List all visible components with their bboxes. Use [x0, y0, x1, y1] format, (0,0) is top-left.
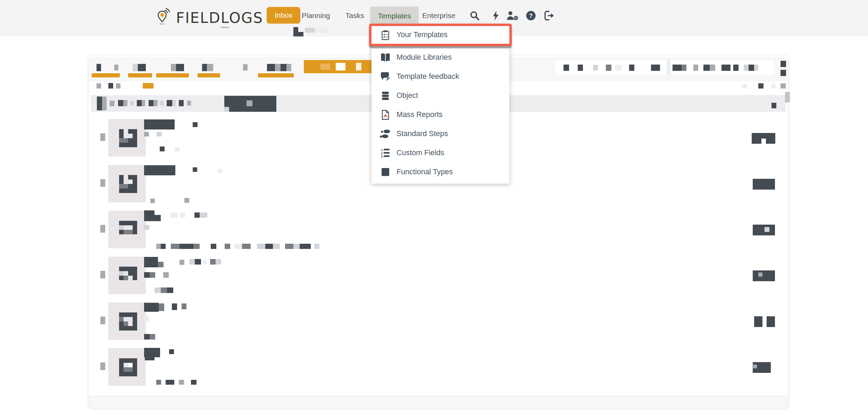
redacted-block — [758, 83, 763, 89]
redacted-logo-pixel — [133, 179, 137, 184]
redacted-block — [593, 65, 598, 70]
primary-action-button[interactable] — [304, 60, 374, 73]
redacted-block — [218, 169, 222, 173]
menu-item-standard-steps[interactable]: Standard Steps — [372, 124, 509, 143]
redacted-block — [742, 84, 747, 88]
redacted-block — [161, 244, 166, 249]
redacted-logo-pixel — [133, 225, 137, 230]
redacted-block — [156, 244, 161, 249]
redacted-block — [285, 244, 293, 249]
redacted-logo-pixel — [119, 317, 124, 321]
redacted-block — [150, 334, 155, 340]
redacted-block — [629, 65, 634, 71]
redacted-block — [161, 287, 167, 293]
menu-item-mass-reports[interactable]: Mass Reports — [372, 105, 509, 124]
menu-item-custom-fields[interactable]: 1 2 3 Custom Fields — [372, 143, 509, 162]
redacted-block — [144, 316, 149, 321]
brand-logo[interactable]: FIELDLOGS — [157, 8, 263, 28]
redacted-logo-pixel — [119, 358, 124, 363]
redacted-block — [753, 179, 775, 190]
redacted-block — [189, 259, 195, 265]
sign-out-icon[interactable] — [544, 10, 554, 21]
highlight-box: Your Templates — [369, 24, 512, 46]
nav-item-enterprise[interactable]: Enterprise — [422, 11, 456, 20]
redacted-logo-pixel — [128, 312, 133, 317]
redacted-block — [754, 316, 762, 327]
redacted-block — [191, 380, 197, 385]
redacted-block — [144, 119, 175, 129]
redacted-block — [710, 65, 715, 71]
template-thumbnail — [108, 302, 146, 340]
redacted-block — [265, 244, 273, 249]
redacted-block — [155, 287, 161, 293]
menu-item-object[interactable]: Object — [372, 86, 509, 105]
redacted-block — [100, 362, 105, 370]
redacted-logo-pixel — [119, 189, 124, 193]
redacted-block — [143, 83, 153, 89]
redacted-block — [749, 65, 754, 71]
redacted-block — [758, 273, 762, 277]
template-list-row[interactable] — [89, 256, 788, 301]
redacted-block — [100, 133, 105, 141]
redacted-block — [216, 259, 221, 265]
redacted-block — [180, 260, 184, 265]
redacted-logo-pixel — [119, 276, 124, 280]
redacted-logo-pixel — [133, 143, 137, 147]
redacted-block — [753, 225, 775, 235]
redacted-logo-pixel — [133, 367, 137, 372]
menu-item-your-templates[interactable]: Your Templates — [372, 26, 509, 44]
help-icon[interactable]: ? — [526, 10, 536, 21]
redacted-block — [315, 28, 328, 33]
redacted-block — [754, 65, 758, 71]
redacted-logo-pixel — [128, 221, 133, 225]
redacted-logo-pixel — [124, 367, 128, 372]
redacted-logo-pixel — [133, 134, 137, 138]
redacted-logo-pixel — [119, 326, 124, 331]
redacted-block — [100, 271, 105, 278]
redacted-block — [693, 65, 698, 71]
template-list-row[interactable] — [89, 347, 788, 393]
template-thumbnail — [108, 257, 146, 294]
lightning-icon[interactable] — [491, 10, 501, 21]
redacted-block — [615, 65, 621, 70]
nav-item-inbox[interactable]: Inbox — [267, 7, 300, 24]
numbered-list-icon: 1 2 3 — [380, 148, 391, 159]
redacted-logo-pixel — [128, 271, 133, 276]
menu-item-template-feedback[interactable]: Template feedback — [372, 67, 509, 86]
menu-item-functional-types[interactable]: Functional Types — [372, 162, 509, 182]
redacted-block — [210, 259, 216, 265]
redacted-block — [144, 165, 175, 175]
search-filter-bar[interactable] — [556, 60, 774, 75]
redacted-logo-pixel — [119, 230, 124, 234]
redacted-block — [765, 227, 769, 232]
redacted-block — [193, 122, 198, 127]
redacted-block — [242, 244, 251, 249]
user-settings-icon[interactable] — [506, 10, 517, 21]
redacted-block — [144, 303, 159, 312]
redacted-logo-pixel — [124, 321, 128, 326]
nav-item-templates[interactable]: Templates — [370, 7, 419, 25]
nav-item-planning[interactable]: Planning — [302, 11, 330, 20]
redacted-logo-pixel — [128, 138, 133, 143]
redacted-logo-pixel — [128, 184, 133, 189]
redacted-block — [180, 244, 193, 249]
redacted-logo-pixel — [124, 143, 128, 147]
search-icon[interactable] — [469, 10, 480, 21]
square-icon — [380, 167, 391, 178]
templates-dropdown-menu: Your Templates Module Libraries Template… — [372, 25, 509, 184]
open-book-icon — [380, 52, 391, 63]
card-footer — [89, 396, 788, 408]
template-thumbnail — [108, 165, 146, 202]
template-list-row[interactable] — [89, 210, 788, 256]
redacted-logo-pixel — [119, 363, 124, 367]
redacted-logo-pixel — [128, 230, 133, 234]
comment-pencil-icon — [380, 71, 391, 82]
redacted-logo-pixel — [133, 138, 137, 143]
scrollbar-thumb[interactable] — [785, 92, 790, 102]
template-list-row[interactable] — [89, 301, 788, 347]
menu-item-module-libraries[interactable]: Module Libraries — [372, 48, 509, 67]
nav-item-tasks[interactable]: Tasks — [345, 11, 364, 20]
redacted-block — [144, 348, 160, 357]
redacted-logo-pixel — [119, 221, 124, 225]
redacted-block — [163, 272, 169, 278]
